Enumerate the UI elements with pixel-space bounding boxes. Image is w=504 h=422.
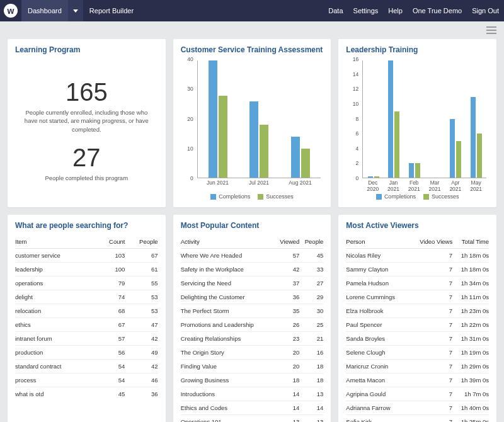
- cell: 7: [410, 360, 452, 374]
- cell: 79: [97, 277, 125, 290]
- table-row[interactable]: Paul Spencer71h 22m 0s: [346, 318, 489, 332]
- chart-customer-service: 010203040Jun 2021Jul 2021Aug 2021Complet…: [181, 59, 324, 201]
- y-tick: 6: [356, 130, 359, 137]
- bar[interactable]: [394, 111, 399, 178]
- nav-data[interactable]: Data: [323, 7, 348, 14]
- cell: 26: [275, 318, 300, 332]
- nav-dashboard[interactable]: Dashboard: [21, 0, 68, 21]
- col-activity: Activity: [181, 235, 275, 249]
- bar[interactable]: [291, 137, 300, 178]
- stat-completed-value: 27: [19, 144, 154, 171]
- table-row[interactable]: Promotions and Leadership2625: [181, 318, 324, 332]
- card-title: Customer Service Training Assessment: [181, 45, 324, 54]
- bar[interactable]: [471, 97, 476, 178]
- cell: 100: [97, 263, 125, 277]
- bar[interactable]: [368, 176, 373, 178]
- table-row[interactable]: The Origin Story2016: [181, 346, 324, 360]
- table-row[interactable]: Introductions1413: [181, 387, 324, 401]
- bar[interactable]: [219, 96, 227, 178]
- cell: Operations 101: [181, 415, 275, 423]
- bar[interactable]: [456, 141, 461, 178]
- toolbar: [0, 21, 504, 39]
- table-row[interactable]: Ethics and Codes1414: [181, 401, 324, 415]
- table-row[interactable]: delight7453: [15, 290, 158, 304]
- table-row[interactable]: standard contract5442: [15, 360, 158, 374]
- table-row[interactable]: Pamela Hudson71h 34m 0s: [346, 277, 489, 290]
- chart-leadership: 0246810121416Dec 2020Jan 2021Feb 2021Mar…: [346, 59, 489, 201]
- bar[interactable]: [249, 101, 258, 178]
- dashboard-dropdown-icon[interactable]: [68, 0, 83, 21]
- cell: The Perfect Storm: [181, 304, 275, 318]
- card-title: Most Popular Content: [181, 221, 324, 230]
- bar[interactable]: [450, 119, 455, 178]
- cell: 42: [125, 332, 158, 346]
- table-row[interactable]: Maricruz Cronin71h 29m 0s: [346, 360, 489, 374]
- nav-settings[interactable]: Settings: [348, 7, 384, 14]
- table-row[interactable]: Elza Holbrook71h 23m 0s: [346, 304, 489, 318]
- table-row[interactable]: Finding Value2018: [181, 360, 324, 374]
- cell: Sofia Kirk: [346, 415, 410, 423]
- cell: Arnetta Macon: [346, 374, 410, 387]
- table-row[interactable]: Growing Business1818: [181, 374, 324, 387]
- cell: 1h 39m 0s: [452, 374, 489, 387]
- table-row[interactable]: production5649: [15, 346, 158, 360]
- table-row[interactable]: Where We Are Headed5745: [181, 249, 324, 263]
- bar[interactable]: [374, 176, 379, 178]
- table-row[interactable]: Selene Clough71h 19m 0s: [346, 346, 489, 360]
- cell: standard contract: [15, 360, 97, 374]
- table-row[interactable]: what is otd4536: [15, 387, 158, 401]
- cell: Maricruz Cronin: [346, 360, 410, 374]
- y-tick: 8: [356, 116, 359, 122]
- logo[interactable]: w: [0, 0, 21, 21]
- table-row[interactable]: Agripina Gould71h 7m 0s: [346, 387, 489, 401]
- bar[interactable]: [415, 163, 420, 178]
- table-row[interactable]: process5446: [15, 374, 158, 387]
- table-row[interactable]: Sammy Clayton71h 18m 0s: [346, 263, 489, 277]
- bar[interactable]: [301, 149, 310, 178]
- nav-report-builder[interactable]: Report Builder: [83, 7, 140, 14]
- table-row[interactable]: Operations 1011313: [181, 415, 324, 423]
- table-row[interactable]: Sanda Broyles71h 31m 0s: [346, 332, 489, 346]
- bar[interactable]: [477, 134, 482, 178]
- table-row[interactable]: Creating Relationships2321: [181, 332, 324, 346]
- nav-help[interactable]: Help: [383, 7, 408, 14]
- table-row[interactable]: Arnetta Macon71h 39m 0s: [346, 374, 489, 387]
- bar[interactable]: [388, 60, 393, 178]
- table-row[interactable]: Adrianna Farrow71h 40m 0s: [346, 401, 489, 415]
- cell: 54: [97, 360, 125, 374]
- cell: Delighting the Customer: [181, 290, 275, 304]
- table-row[interactable]: customer service10367: [15, 249, 158, 263]
- y-tick: 40: [187, 56, 193, 62]
- bar[interactable]: [260, 125, 268, 178]
- cell: 14: [299, 401, 323, 415]
- bar[interactable]: [209, 60, 217, 178]
- x-tick: Apr 2021: [445, 180, 466, 188]
- menu-icon[interactable]: [486, 26, 496, 34]
- bar-group: [280, 60, 321, 178]
- nav-account[interactable]: One True Demo: [408, 7, 467, 14]
- bar[interactable]: [409, 163, 414, 178]
- legend-label: Successes: [266, 193, 294, 200]
- table-row[interactable]: Lorene Cummings71h 11m 0s: [346, 290, 489, 304]
- table-row[interactable]: Nicolas Riley71h 18m 0s: [346, 249, 489, 263]
- legend-swatch: [423, 194, 429, 200]
- legend-item: Successes: [258, 193, 294, 200]
- cell: relocation: [15, 304, 97, 318]
- nav-signout[interactable]: Sign Out: [467, 7, 504, 14]
- cell: 37: [275, 277, 300, 290]
- table-row[interactable]: relocation6853: [15, 304, 158, 318]
- table-row[interactable]: Delighting the Customer3629: [181, 290, 324, 304]
- table-row[interactable]: leadership10061: [15, 263, 158, 277]
- table-row[interactable]: intranet forum5742: [15, 332, 158, 346]
- cell: Finding Value: [181, 360, 275, 374]
- table-row[interactable]: Safety in the Workplace4233: [181, 263, 324, 277]
- table-row[interactable]: Servicing the Need3727: [181, 277, 324, 290]
- cell: 18: [299, 360, 323, 374]
- cell: 27: [299, 277, 323, 290]
- table-row[interactable]: ethics6747: [15, 318, 158, 332]
- table-row[interactable]: Sofia Kirk71h 25m 0s: [346, 415, 489, 423]
- table-popular: Activity Viewed People Where We Are Head…: [181, 235, 324, 422]
- table-row[interactable]: The Perfect Storm3530: [181, 304, 324, 318]
- cell: 1h 40m 0s: [452, 401, 489, 415]
- table-row[interactable]: operations7955: [15, 277, 158, 290]
